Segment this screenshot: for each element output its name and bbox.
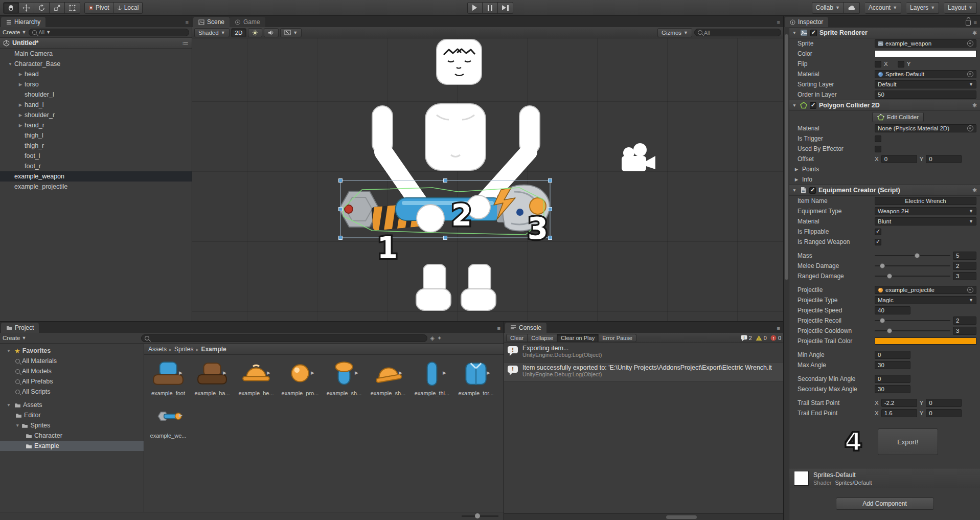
panel-menu-icon[interactable]: ≡ [186,19,189,26]
panel-menu-icon[interactable]: ≡ [777,19,780,26]
foldout-arrow[interactable]: ▶ [16,72,25,77]
tab-hierarchy[interactable]: Hierarchy [1,17,45,27]
mass-slider[interactable] [875,252,950,260]
object-picker-icon[interactable] [967,125,973,131]
slider-knob[interactable] [880,263,885,268]
scrollbar-thumb[interactable] [666,515,697,519]
hierarchy-item[interactable]: ▶torso [0,79,192,89]
slider-knob[interactable] [880,318,885,323]
foldout-arrow[interactable]: ▶ [16,112,25,118]
foldout-arrow[interactable]: ▶ [16,123,25,128]
panel-menu-icon[interactable]: ≡ [777,325,780,331]
physics-material-field[interactable]: None (Physics Material 2D) [875,124,976,132]
flip-y-checkbox[interactable] [898,61,904,67]
asset-tile[interactable]: ▶ example_sh... [323,359,366,396]
projectile-object-field[interactable]: example_projectile [875,286,976,294]
offset-y-field[interactable]: 0 [926,155,962,163]
folder-item[interactable]: Editor [0,410,144,420]
color-field[interactable] [875,50,976,57]
foldout-arrow[interactable]: ▶ [793,167,800,172]
mass-field[interactable]: 5 [953,252,976,260]
flip-x-checkbox[interactable] [875,61,881,67]
folder-item[interactable]: ▼Sprites [0,420,144,431]
foldout-arrow[interactable]: ▼ [791,188,797,193]
material-object-field[interactable]: Sprites-Default [875,70,976,78]
tab-game[interactable]: Game [230,17,265,27]
hierarchy-item[interactable]: foot_r [0,161,192,171]
lock-icon[interactable] [966,20,971,26]
search-by-label-icon[interactable]: ✦ [437,335,442,342]
is-flippable-checkbox[interactable] [875,229,881,235]
pause-button[interactable] [483,2,498,14]
console-entry[interactable]: ! Exporting item... UnityEngine.Debug:Lo… [504,343,783,363]
camera-gizmo-icon[interactable] [622,143,655,171]
subasset-expander-icon[interactable]: ▶ [179,370,183,375]
favorite-item[interactable]: All Materials [0,356,144,366]
thumbnail-size-slider[interactable] [462,515,498,517]
trail-start-x-field[interactable]: -2.2 [881,399,917,407]
play-button[interactable] [467,2,483,14]
breadcrumb-item[interactable]: Assets [148,346,167,353]
polygon-collider-header[interactable]: ▼ Polygon Collider 2D ✱ [789,100,980,111]
hierarchy-item-selected[interactable]: example_weapon [0,171,192,182]
gizmos-dropdown[interactable]: Gizmos▼ [657,28,692,37]
hierarchy-create-button[interactable]: Create▼ [3,28,26,36]
slider-knob[interactable] [915,253,920,258]
export-button[interactable]: Export! [878,428,938,455]
slider-knob[interactable] [887,328,892,333]
trail-end-y-field[interactable]: 0 [926,409,962,417]
rotate-tool-button[interactable] [34,2,50,14]
asset-tile[interactable]: ▶ example_foot [147,359,190,396]
scrollbar-thumb[interactable] [785,34,788,280]
tab-project[interactable]: Project [1,323,39,333]
tab-inspector[interactable]: Inspector [785,17,828,27]
audio-toggle-button[interactable] [264,28,279,37]
foldout-arrow[interactable]: ▼ [6,61,14,66]
account-button[interactable]: Account▼ [865,2,901,14]
asset-tile[interactable]: ▶ example_sh... [367,359,409,396]
hierarchy-item[interactable]: thigh_l [0,130,192,141]
asset-tile[interactable]: ▶ example_thi... [411,359,453,396]
subasset-expander-icon[interactable]: ▶ [267,370,270,375]
hierarchy-item[interactable]: thigh_r [0,141,192,151]
subasset-expander-icon[interactable]: ▶ [311,370,314,375]
gear-icon[interactable]: ✱ [972,187,977,194]
projectile-recoil-slider[interactable] [875,316,950,325]
info-count-badge[interactable]: ! 2 [741,335,752,341]
equipment-type-dropdown[interactable]: Weapon 2H▼ [875,207,976,215]
asset-tile[interactable]: ▶ example_tor... [454,359,497,396]
favorite-item[interactable]: All Prefabs [0,376,144,387]
asset-tile[interactable]: ▶ example_pro... [279,359,322,396]
tab-scene[interactable]: Scene [193,17,230,27]
secondary-min-angle-field[interactable]: 0 [875,375,910,383]
hand-tool-button[interactable] [3,2,19,14]
move-tool-button[interactable] [19,2,34,14]
projectile-type-dropdown[interactable]: Magic▼ [875,296,976,304]
hierarchy-item[interactable]: ▼Character_Base [0,59,192,69]
trail-color-field[interactable] [875,337,976,345]
scene-viewport[interactable]: 1 2 3 [192,38,783,322]
secondary-max-angle-field[interactable]: 30 [875,385,910,393]
console-entry[interactable]: ! Item successfully exported to: 'E:\Uni… [504,363,783,382]
lighting-toggle-button[interactable] [248,28,262,37]
rect-tool-button[interactable] [65,2,80,14]
layout-button[interactable]: Layout▼ [944,2,977,14]
hierarchy-item[interactable]: example_projectile [0,182,192,192]
item-name-field[interactable]: Electric Wrench [875,197,976,205]
ranged-damage-slider[interactable] [875,272,950,280]
scene-header-row[interactable]: Untitled* ≔ [0,38,192,49]
foldout-arrow[interactable]: ▶ [793,177,800,182]
projectile-cooldown-field[interactable]: 3 [953,327,976,335]
foldout-arrow[interactable]: ▶ [16,102,25,107]
object-picker-icon[interactable] [967,40,973,47]
scene-menu-icon[interactable]: ≔ [183,39,189,47]
hierarchy-item[interactable]: ▶hand_l [0,100,192,110]
order-in-layer-field[interactable]: 50 [875,91,976,99]
console-detail-area[interactable] [504,382,783,513]
trail-start-y-field[interactable]: 0 [926,399,962,407]
asset-tile[interactable]: ▶ example_he... [235,359,278,396]
inspector-scrollbar[interactable] [784,27,789,520]
2d-toggle-button[interactable]: 2D [231,28,247,37]
effects-dropdown[interactable]: ▼ [280,28,302,37]
gear-icon[interactable]: ✱ [972,102,977,109]
